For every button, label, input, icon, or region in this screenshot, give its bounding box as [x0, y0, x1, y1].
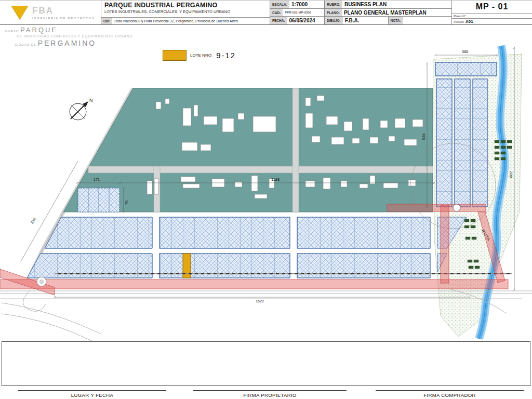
reserve-block	[78, 188, 119, 212]
dim-385: 385	[462, 49, 469, 54]
rubro-value: BUSINESS PLAN	[342, 1, 387, 8]
cad-label: CAD:	[270, 9, 283, 17]
heading-subtitle: DE INDUSTRIAS COMERCIOS Y EQUIPAMIENTO U…	[17, 34, 133, 38]
commercial-lot-strips	[27, 217, 467, 278]
heading-pergamino: PERGAMINO	[38, 39, 97, 47]
signature-area: LUGAR Y FECHA FIRMA PROPIETARIO FIRMA CO…	[0, 341, 532, 399]
cad-value: PPR-001-MP-0506	[283, 9, 311, 17]
legend-value: 9-12	[216, 51, 236, 60]
signature-comprador: FIRMA COMPRADOR	[376, 390, 524, 398]
version-label: Versión	[454, 20, 464, 23]
heading-nuevo: NUEVO	[5, 30, 19, 33]
version-value: A01	[466, 19, 473, 24]
lot-legend: LOTE NRO: 9-12	[163, 50, 236, 61]
legend-label: LOTE NRO:	[190, 53, 212, 58]
lot-color-swatch	[163, 50, 187, 61]
drawing-heading: NUEVO PARQUE DE INDUSTRIAS COMERCIOS Y E…	[5, 26, 133, 47]
right-lot-strip	[435, 62, 497, 207]
firma-propietario-label: FIRMA PROPIETARIO	[193, 391, 347, 398]
project-cell: PARQUE INDUSTRIAL PERGAMINO LOTES INDUST…	[101, 1, 270, 24]
route-access-east-horizontal	[387, 204, 486, 211]
dim-310: 310	[30, 217, 37, 224]
site-plan-svg: N 385 534 882	[0, 25, 532, 341]
nota-label: NOTA:	[389, 17, 403, 24]
dibujo-label: DIBUJO:	[325, 17, 343, 24]
logo-cell: FBA INGENIERÍA DE PROYECTOS	[0, 1, 101, 24]
drawing-sheet: FBA INGENIERÍA DE PROYECTOS PARQUE INDUS…	[0, 0, 532, 399]
heading-ciudad-de: CIUDAD DE	[15, 43, 36, 46]
title-block: FBA INGENIERÍA DE PROYECTOS PARQUE INDUS…	[0, 0, 532, 25]
dim-171: 171	[94, 177, 100, 182]
dibujo-value: F.B.A.	[343, 17, 360, 24]
dir-value: Ruta Nacional 8 y Ruta Provincial 32, Pe…	[114, 19, 237, 23]
heading-parque: PARQUE	[20, 26, 58, 34]
map-area: N 385 534 882	[0, 25, 532, 341]
dim-534: 534	[421, 134, 426, 140]
north-label: N	[89, 98, 93, 103]
lugar-fecha-label: LUGAR Y FECHA	[18, 391, 166, 398]
project-subtitle: LOTES INDUSTRIALES, COMERCIALES, Y EQUIP…	[104, 9, 270, 14]
rubro-label: RUBRO:	[325, 1, 342, 8]
dim-70: 70	[124, 201, 129, 205]
plano-label: PLANO:	[325, 9, 342, 17]
dim-1622: 1622	[256, 299, 264, 303]
signature-lugar-fecha: LUGAR Y FECHA	[18, 390, 166, 398]
north-arrow-icon: N	[70, 98, 93, 120]
plano-n-label: Plano N°	[452, 13, 532, 18]
escala-label: ESCALA:	[270, 1, 289, 8]
signature-box	[2, 341, 530, 386]
dim-882: 882	[509, 171, 513, 178]
logo-text: FBA	[32, 6, 95, 16]
firma-comprador-label: FIRMA COMPRADOR	[376, 391, 524, 398]
dir-label: DIR:	[101, 18, 112, 24]
scale-meta-cell: ESCALA: 1:7000 CAD: PPR-001-MP-0506 FECH…	[270, 1, 325, 24]
route-access-east-vertical	[441, 205, 449, 283]
plano-meta-cell: RUBRO: BUSINESS PLAN PLANO: PLANO GENERA…	[325, 1, 452, 24]
dim-1188: 1188	[271, 177, 280, 182]
signature-propietario: FIRMA PROPIETARIO	[193, 390, 347, 398]
fecha-value: 06/05/2024	[287, 17, 315, 24]
escala-value: 1:7000	[289, 1, 308, 8]
plano-value: PLANO GENERAL MASTERPLAN	[342, 9, 427, 17]
sheet-number-cell: MP - 01 Plano N° Versión A01	[452, 1, 532, 24]
logo-subtitle: INGENIERÍA DE PROYECTOS	[32, 17, 95, 20]
fba-logo-icon	[11, 6, 28, 19]
route-nacional-8	[0, 280, 508, 289]
sheet-number: MP - 01	[452, 1, 532, 13]
fecha-label: FECHA:	[270, 17, 287, 24]
project-title: PARQUE INDUSTRIAL PERGAMINO	[104, 2, 270, 9]
